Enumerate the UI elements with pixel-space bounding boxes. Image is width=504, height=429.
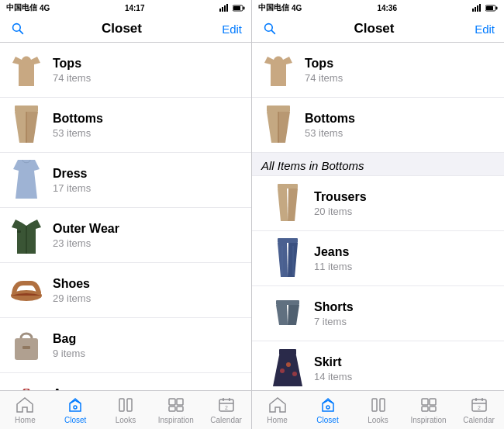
search-icon-right bbox=[264, 22, 276, 35]
tab-inspiration-left[interactable]: Inspiration bbox=[150, 396, 201, 424]
svg-point-40 bbox=[265, 24, 273, 32]
list-item[interactable]: Bottoms 53 items bbox=[252, 98, 504, 153]
status-right-r bbox=[472, 4, 498, 12]
tab-calendar-label-left: Calendar bbox=[210, 416, 242, 424]
inspiration-icon-right bbox=[419, 396, 438, 414]
tab-closet-right[interactable]: Closet bbox=[302, 396, 353, 424]
outerwear-count: 23 items bbox=[53, 237, 242, 249]
list-item[interactable]: Outer Wear 23 items bbox=[0, 208, 251, 263]
tab-closet-left[interactable]: Closet bbox=[50, 396, 101, 424]
calendar-icon-left: 2 bbox=[217, 396, 236, 414]
skirt-info: Skirt 14 items bbox=[314, 355, 495, 383]
svg-rect-5 bbox=[243, 7, 244, 10]
search-button-left[interactable] bbox=[9, 20, 26, 37]
tab-inspiration-label-left: Inspiration bbox=[158, 416, 194, 424]
content-right: Tops 74 items Bottoms 53 items All Items… bbox=[252, 43, 504, 390]
content-left: Tops 74 items Bottoms 53 items bbox=[0, 43, 251, 390]
trousers-thumb bbox=[271, 182, 305, 224]
bag-name: Bag bbox=[53, 331, 242, 348]
svg-rect-34 bbox=[475, 7, 476, 12]
time-label: 14:17 bbox=[125, 4, 145, 12]
looks-icon-left bbox=[116, 396, 135, 414]
list-item[interactable]: Accessory 15 items bbox=[0, 373, 251, 390]
tops-thumb-r bbox=[261, 49, 295, 91]
svg-rect-49 bbox=[279, 349, 296, 355]
svg-rect-60 bbox=[430, 399, 436, 405]
svg-rect-44 bbox=[278, 184, 298, 189]
search-icon-left bbox=[12, 22, 24, 35]
svg-rect-48 bbox=[276, 300, 299, 305]
shorts-count: 7 items bbox=[314, 316, 495, 327]
svg-rect-38 bbox=[495, 7, 497, 10]
tab-looks-left[interactable]: Looks bbox=[101, 396, 151, 424]
list-item[interactable]: Trousers 20 items bbox=[252, 176, 504, 231]
svg-point-51 bbox=[286, 362, 291, 367]
list-item[interactable]: Dress 17 items bbox=[0, 153, 251, 208]
svg-rect-36 bbox=[479, 4, 481, 12]
tab-home-left[interactable]: Home bbox=[0, 396, 50, 424]
svg-rect-0 bbox=[219, 9, 221, 12]
edit-button-left[interactable]: Edit bbox=[217, 22, 242, 36]
bottoms-name-r: Bottoms bbox=[305, 111, 495, 127]
tab-closet-label-left: Closet bbox=[64, 416, 86, 424]
tab-looks-label-left: Looks bbox=[116, 416, 136, 424]
skirt-name: Skirt bbox=[314, 355, 495, 371]
dress-thumb bbox=[9, 159, 43, 201]
svg-rect-25 bbox=[177, 399, 183, 405]
list-item[interactable]: Jeans 11 items bbox=[252, 231, 504, 286]
list-item[interactable]: Bottoms 53 items bbox=[0, 98, 251, 153]
shoes-count: 29 items bbox=[53, 292, 242, 304]
tab-looks-right[interactable]: Looks bbox=[353, 396, 403, 424]
tops-name: Tops bbox=[53, 56, 242, 72]
closet-icon-left bbox=[66, 396, 85, 414]
skirt-count: 14 items bbox=[314, 371, 495, 382]
list-item[interactable]: Tops 74 items bbox=[252, 43, 504, 98]
shorts-thumb bbox=[271, 292, 305, 334]
svg-rect-35 bbox=[477, 5, 478, 12]
carrier-label: 中国电信 bbox=[6, 2, 37, 13]
list-item[interactable]: Shoes 29 items bbox=[0, 263, 251, 318]
list-item[interactable]: Tops 74 items bbox=[0, 43, 251, 98]
svg-rect-15 bbox=[22, 346, 30, 349]
nav-title-right: Closet bbox=[278, 21, 470, 36]
tab-closet-label-right: Closet bbox=[316, 416, 338, 424]
svg-rect-6 bbox=[233, 6, 240, 10]
tops-info-r: Tops 74 items bbox=[305, 56, 495, 85]
tab-calendar-right[interactable]: 2 Calendar bbox=[454, 396, 504, 424]
list-item[interactable]: Shorts 7 items bbox=[252, 286, 504, 341]
tab-calendar-left[interactable]: 2 Calendar bbox=[201, 396, 251, 424]
nav-bar-left: Closet Edit bbox=[0, 16, 251, 43]
jeans-info: Jeans 11 items bbox=[314, 244, 495, 273]
bottoms-thumb bbox=[9, 104, 43, 146]
list-item[interactable]: Skirt 14 items bbox=[252, 341, 504, 390]
edit-button-right[interactable]: Edit bbox=[470, 22, 495, 36]
battery-icon bbox=[233, 4, 245, 12]
bottoms-count-r: 53 items bbox=[305, 127, 495, 139]
svg-rect-26 bbox=[169, 407, 175, 411]
outerwear-name: Outer Wear bbox=[53, 221, 242, 237]
dress-name: Dress bbox=[53, 166, 242, 182]
signal-icon bbox=[219, 4, 230, 12]
shorts-info: Shorts 7 items bbox=[314, 299, 495, 328]
home-icon-left bbox=[16, 396, 34, 414]
trousers-name: Trousers bbox=[314, 189, 495, 206]
tab-bar-left: Home Closet Looks bbox=[0, 390, 251, 429]
nav-title-left: Closet bbox=[26, 21, 217, 36]
accessory-thumb bbox=[9, 379, 43, 390]
trousers-count: 20 items bbox=[314, 206, 495, 217]
svg-rect-24 bbox=[169, 399, 175, 405]
bag-count: 9 items bbox=[53, 348, 242, 359]
shoes-name: Shoes bbox=[53, 276, 242, 292]
phone-right: 中国电信 4G 14:36 Closet Edi bbox=[252, 0, 504, 429]
phone-left: 中国电信 4G 14:17 Closet Edi bbox=[0, 0, 252, 429]
svg-point-56 bbox=[326, 406, 330, 409]
network-label: 4G bbox=[40, 4, 50, 12]
svg-text:2: 2 bbox=[478, 405, 481, 410]
tab-home-right[interactable]: Home bbox=[252, 396, 302, 424]
tab-inspiration-right[interactable]: Inspiration bbox=[403, 396, 454, 424]
tops-count-r: 74 items bbox=[305, 72, 495, 84]
list-item[interactable]: Bag 9 items bbox=[0, 318, 251, 373]
status-left: 中国电信 4G bbox=[6, 2, 50, 13]
svg-text:2: 2 bbox=[225, 405, 228, 410]
search-button-right[interactable] bbox=[261, 20, 278, 37]
